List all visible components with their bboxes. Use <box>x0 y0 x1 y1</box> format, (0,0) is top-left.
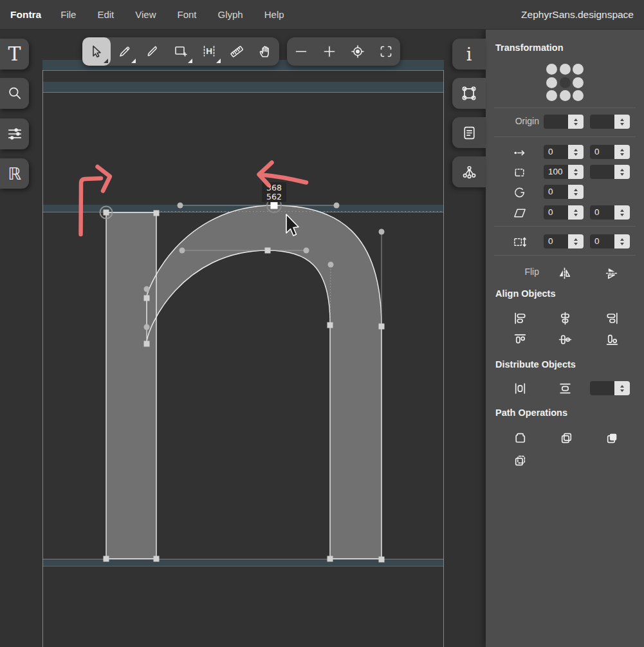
move-y-input[interactable]: 0 <box>590 145 630 159</box>
subtract-button[interactable] <box>603 429 620 446</box>
skew-x-input[interactable]: 0 <box>544 205 584 220</box>
glyph-search-button[interactable] <box>0 78 29 109</box>
metric-line <box>42 92 444 93</box>
hand-tool-button[interactable] <box>251 37 279 66</box>
stepper-icon[interactable] <box>614 205 630 220</box>
menu-glyph[interactable]: Glyph <box>218 9 243 20</box>
menu-font[interactable]: Font <box>178 9 197 20</box>
scale-x-input[interactable]: 100 <box>544 165 584 179</box>
distribute-horizontal-icon <box>513 381 528 396</box>
shape-tool-button[interactable] <box>167 37 195 66</box>
origin-dot-top-center[interactable] <box>560 64 571 75</box>
reference-font-button[interactable]: ℝ <box>0 158 29 189</box>
text-entry-tool-button[interactable]: T <box>0 39 29 70</box>
align-top-icon <box>513 332 528 347</box>
union-icon <box>559 431 574 445</box>
right-sidebearing-line <box>443 70 444 647</box>
zoom-out-button[interactable] <box>287 37 315 66</box>
origin-dot-top-right[interactable] <box>573 64 584 75</box>
rotation-input[interactable]: 0 <box>544 185 584 199</box>
zoom-to-selection-button[interactable] <box>344 37 372 66</box>
skew-icon <box>511 205 528 221</box>
designspace-navigation-button[interactable] <box>0 118 29 149</box>
skew-y-input[interactable]: 0 <box>590 205 630 220</box>
align-right-button[interactable] <box>603 310 620 326</box>
zoom-fit-button[interactable] <box>372 37 400 66</box>
intersect-button[interactable] <box>511 452 528 469</box>
text-tool-icon: T <box>8 44 21 64</box>
dimension-y-input[interactable]: 0 <box>590 234 630 248</box>
align-left-button[interactable] <box>511 310 528 326</box>
menu-help[interactable]: Help <box>264 9 284 20</box>
zoom-in-button[interactable] <box>315 37 344 66</box>
scale-y-input[interactable] <box>590 165 630 179</box>
sliders-icon <box>6 126 23 142</box>
tab-selection-transformation[interactable] <box>452 78 486 109</box>
align-top-button[interactable] <box>511 331 528 348</box>
distribute-value-input[interactable] <box>590 381 630 395</box>
stepper-icon[interactable] <box>568 205 584 220</box>
minus-icon <box>293 44 309 59</box>
transformation-panel: Transformation Origin 0 <box>486 30 644 647</box>
stepper-icon[interactable] <box>614 165 630 179</box>
tab-related-glyphs[interactable] <box>452 156 486 187</box>
metrics-band-top-2 <box>42 82 444 92</box>
distribute-vertical-button[interactable] <box>557 380 573 397</box>
origin-y-input[interactable] <box>590 115 630 129</box>
align-center-vertical-icon <box>558 332 573 347</box>
union-button[interactable] <box>558 429 575 446</box>
ruler-icon <box>229 44 244 59</box>
align-bottom-button[interactable] <box>603 331 620 348</box>
flip-vertical-icon <box>604 266 619 281</box>
dimension-x-input[interactable]: 0 <box>544 234 584 248</box>
origin-dot-bottom-right[interactable] <box>573 90 584 101</box>
menu-file[interactable]: File <box>60 9 76 20</box>
app-name[interactable]: Fontra <box>10 9 41 21</box>
tab-glyph-notes[interactable] <box>452 117 486 148</box>
align-center-horizontal-button[interactable] <box>557 310 573 326</box>
origin-dot-bottom-center[interactable] <box>560 90 571 101</box>
metric-line <box>42 566 444 567</box>
stepper-icon[interactable] <box>614 115 630 129</box>
glyph-editor-canvas[interactable] <box>0 30 486 647</box>
origin-x-input[interactable] <box>544 115 584 129</box>
menu-bar: Fontra File Edit View Font Glyph Help Ze… <box>0 0 644 30</box>
stepper-icon[interactable] <box>568 185 584 199</box>
stepper-icon[interactable] <box>614 234 630 248</box>
frame-brackets-icon <box>378 44 394 59</box>
related-glyphs-icon <box>461 164 477 180</box>
origin-dot-bottom-left[interactable] <box>546 90 557 101</box>
origin-dot-middle-left[interactable] <box>546 77 557 88</box>
origin-dot-top-left[interactable] <box>546 64 557 75</box>
move-x-input[interactable]: 0 <box>544 145 584 159</box>
pointer-tool-button[interactable] <box>82 37 111 66</box>
divider <box>494 136 636 137</box>
metrics-tool-button[interactable]: H <box>195 37 223 66</box>
pen-tool-button[interactable] <box>111 37 139 66</box>
measure-tool-button[interactable] <box>223 37 252 66</box>
knife-tool-button[interactable] <box>138 37 167 66</box>
flip-horizontal-button[interactable] <box>556 265 573 281</box>
metrics-tool-icon: H <box>201 44 217 59</box>
flip-vertical-button[interactable] <box>603 265 620 281</box>
stepper-icon[interactable] <box>568 115 584 129</box>
move-icon <box>511 144 528 161</box>
menu-view[interactable]: View <box>135 9 156 20</box>
menu-edit[interactable]: Edit <box>97 9 114 20</box>
origin-dot-center-selected[interactable] <box>560 77 571 88</box>
stepper-icon[interactable] <box>568 234 584 248</box>
origin-dot-middle-right[interactable] <box>573 77 584 88</box>
stepper-icon[interactable] <box>568 145 584 159</box>
distribute-horizontal-button[interactable] <box>511 380 528 397</box>
panel-title: Transformation <box>495 42 564 53</box>
tab-glyph-info[interactable]: i <box>452 39 486 70</box>
remove-overlaps-button[interactable] <box>511 429 528 446</box>
align-center-vertical-button[interactable] <box>557 331 573 348</box>
stepper-icon[interactable] <box>614 145 630 159</box>
info-icon: i <box>466 46 472 63</box>
stepper-icon[interactable] <box>614 381 630 395</box>
metrics-band-xheight <box>42 205 444 212</box>
stepper-icon[interactable] <box>568 165 584 179</box>
svg-text:H: H <box>206 46 212 56</box>
divider <box>494 226 636 227</box>
